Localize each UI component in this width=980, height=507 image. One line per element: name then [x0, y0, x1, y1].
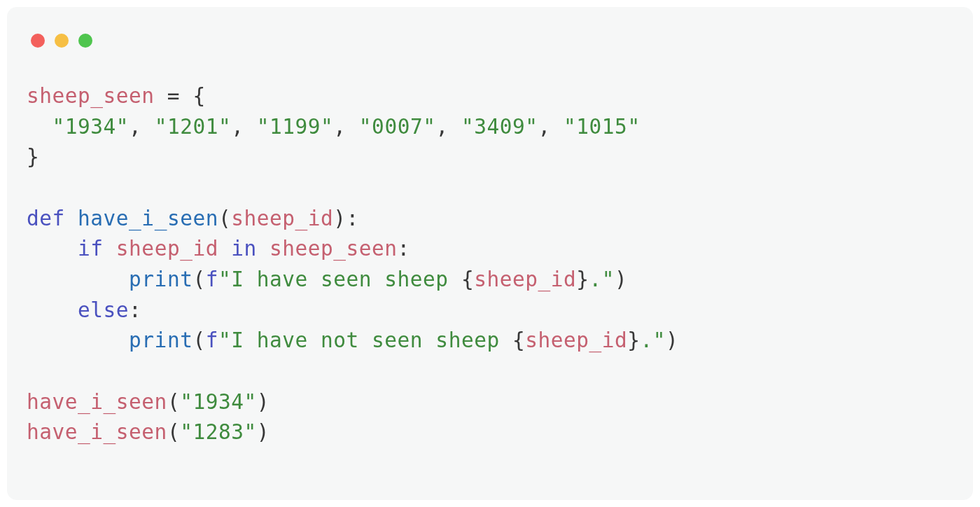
- code-token: have_i_seen: [78, 207, 218, 230]
- code-token: }: [576, 268, 589, 291]
- code-token: "1199": [257, 115, 334, 139]
- code-token: ,: [231, 115, 257, 139]
- code-token: sheep_id: [116, 237, 218, 261]
- code-token: ): [257, 390, 270, 414]
- close-icon[interactable]: [31, 34, 45, 48]
- code-token: I have not seen sheep: [231, 328, 512, 352]
- code-token: "1015": [564, 115, 640, 139]
- code-token: sheep_id: [525, 328, 627, 352]
- code-token: [27, 328, 129, 352]
- code-token: (: [218, 207, 231, 230]
- code-token: ": [653, 328, 666, 352]
- code-token: sheep_seen: [270, 237, 398, 261]
- code-token: sheep_id: [474, 268, 576, 291]
- code-token: print: [129, 268, 192, 291]
- code-token: ): [666, 328, 678, 352]
- code-token: print: [129, 328, 192, 352]
- code-token: if: [78, 237, 104, 261]
- code-token: ,: [435, 115, 461, 139]
- code-token: [27, 268, 129, 291]
- code-token: in: [231, 237, 257, 261]
- code-token: }: [627, 328, 640, 352]
- code-token: sheep_id: [231, 207, 333, 230]
- code-token: [27, 298, 78, 322]
- code-token: ):: [333, 207, 359, 230]
- code-token: I have seen sheep: [231, 268, 461, 291]
- code-token: [27, 115, 52, 139]
- code-token: else: [78, 298, 129, 322]
- code-token: (: [167, 420, 180, 444]
- code-token: ): [615, 268, 627, 291]
- code-token: "1283": [180, 420, 257, 444]
- code-token: [27, 237, 78, 261]
- code-token: ,: [538, 115, 564, 139]
- code-token: "0007": [359, 115, 436, 139]
- code-token: f: [206, 268, 218, 291]
- code-token: "3409": [461, 115, 538, 139]
- code-token: ": [602, 268, 615, 291]
- code-token: ,: [129, 115, 155, 139]
- code-token: "1934": [180, 390, 257, 414]
- code-token: def: [27, 207, 65, 230]
- code-token: (: [192, 268, 205, 291]
- code-token: :: [129, 298, 141, 322]
- code-token: [65, 207, 78, 230]
- minimize-icon[interactable]: [55, 34, 69, 48]
- code-token: {: [461, 268, 474, 291]
- editor-window: sheep_seen = { "1934", "1201", "1199", "…: [7, 7, 973, 500]
- code-token: have_i_seen: [27, 390, 167, 414]
- source-code[interactable]: sheep_seen = { "1934", "1201", "1199", "…: [27, 81, 973, 448]
- code-token: (: [167, 390, 180, 414]
- code-token: "1201": [155, 115, 232, 139]
- code-token: ": [218, 268, 231, 291]
- code-token: f: [206, 328, 218, 352]
- code-token: {: [512, 328, 525, 352]
- code-token: "1934": [52, 115, 130, 139]
- code-token: .: [589, 268, 602, 291]
- window-titlebar: [7, 7, 973, 56]
- code-token: .: [640, 328, 653, 352]
- code-token: [218, 237, 231, 261]
- code-token: [104, 237, 116, 261]
- code-token: ": [218, 328, 231, 352]
- code-token: ,: [333, 115, 359, 139]
- code-token: (: [192, 328, 205, 352]
- code-area[interactable]: sheep_seen = { "1934", "1201", "1199", "…: [7, 56, 973, 448]
- code-token: sheep_seen: [27, 84, 155, 108]
- code-token: }: [27, 145, 39, 169]
- code-token: =: [155, 84, 193, 108]
- code-token: ): [257, 420, 270, 444]
- code-token: [257, 237, 270, 261]
- zoom-icon[interactable]: [78, 34, 92, 48]
- code-token: have_i_seen: [27, 420, 167, 444]
- code-token: :: [398, 237, 410, 261]
- code-token: {: [192, 84, 205, 108]
